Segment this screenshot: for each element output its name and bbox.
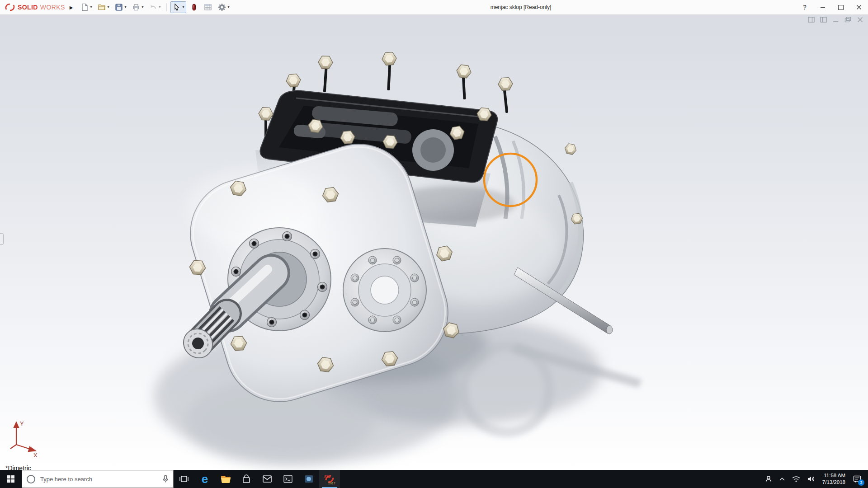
maximize-button[interactable] [832, 0, 850, 14]
pane-right-icon[interactable] [820, 17, 827, 23]
svg-text:2017: 2017 [328, 482, 335, 485]
table-tools-button[interactable] [202, 1, 214, 13]
open-button[interactable]: ▾ [95, 1, 111, 13]
options-button[interactable]: ▾ [216, 1, 231, 13]
select-cursor-icon [173, 3, 181, 11]
volume-button[interactable] [804, 470, 818, 488]
minimize-icon [821, 7, 825, 8]
solidworks-taskbar-button[interactable]: SW 2017 [319, 470, 340, 488]
file-explorer-button[interactable] [215, 470, 236, 488]
command-prompt-icon [283, 474, 293, 484]
store-icon [241, 474, 252, 484]
view-orientation-label: *Dimetric [5, 465, 31, 470]
edge-button[interactable]: e [194, 470, 215, 488]
solidworks-logo: SOLIDWORKS [0, 3, 68, 12]
people-icon [764, 475, 773, 483]
brand-text-solid: SOLID [18, 4, 38, 11]
print-icon [132, 3, 140, 11]
task-view-icon [179, 474, 189, 484]
document-minimize-icon[interactable] [832, 17, 839, 23]
chevron-down-icon[interactable]: ▾ [159, 5, 160, 9]
minimize-button[interactable] [814, 0, 832, 14]
clock-time: 11:58 AM [822, 472, 845, 479]
chevron-down-icon[interactable]: ▾ [107, 5, 109, 9]
chevron-down-icon[interactable]: ▾ [90, 5, 92, 9]
maximize-icon [838, 5, 844, 10]
new-document-icon [80, 3, 89, 11]
help-button[interactable]: ? [796, 0, 814, 14]
notification-badge: 3 [858, 479, 864, 486]
photos-button[interactable] [298, 470, 319, 488]
gearbox-3d-model[interactable] [0, 14, 868, 470]
chevron-down-icon[interactable]: ▾ [182, 5, 184, 9]
document-title: menjac sklop [Read-only] [491, 4, 552, 10]
document-window-controls [808, 17, 863, 23]
toolbar-divider [166, 3, 167, 11]
network-button[interactable] [788, 470, 804, 488]
save-icon [115, 3, 123, 11]
solidworks-2s-icon [5, 3, 15, 12]
start-button[interactable] [0, 470, 22, 488]
hidden-icons-button[interactable] [776, 470, 788, 488]
close-button[interactable] [850, 0, 868, 14]
panel-flyout-tab[interactable] [0, 233, 4, 245]
command-prompt-button[interactable] [278, 470, 298, 488]
window-controls: ? [796, 0, 868, 14]
mail-icon [262, 474, 273, 484]
microphone-icon[interactable] [162, 475, 169, 483]
wifi-icon [792, 475, 801, 483]
action-center-button[interactable]: 3 [849, 470, 865, 488]
mail-button[interactable] [257, 470, 278, 488]
print-button[interactable]: ▾ [130, 1, 146, 13]
side-flange [343, 249, 426, 332]
svg-text:SW: SW [324, 474, 331, 479]
orientation-triad: Y X [5, 418, 42, 458]
options-gear-icon [218, 3, 226, 11]
undo-button[interactable]: ▾ [147, 1, 163, 13]
cortana-icon [27, 475, 35, 483]
table-grid-icon [204, 3, 212, 11]
main-toolbar: ▾ ▾ ▾ [78, 1, 231, 13]
toolbar-expand-arrow[interactable]: ▶ [70, 5, 73, 10]
document-restore-icon[interactable] [844, 17, 851, 23]
open-folder-icon [98, 3, 106, 11]
close-icon [856, 5, 862, 10]
photos-icon [303, 474, 314, 484]
system-tray: 11:58 AM 7/13/2018 3 [761, 470, 868, 488]
render-tools-button[interactable] [188, 1, 200, 13]
edge-icon: e [202, 473, 208, 485]
triad-x-label: X [33, 452, 38, 458]
document-close-icon[interactable] [857, 17, 863, 23]
task-view-button[interactable] [174, 470, 194, 488]
chevron-up-icon [779, 477, 785, 481]
titlebar: SOLIDWORKS ▶ ▾ ▾ [0, 0, 868, 15]
people-button[interactable] [761, 470, 776, 488]
chevron-down-icon[interactable]: ▾ [227, 5, 229, 9]
pane-left-icon[interactable] [808, 17, 815, 23]
store-button[interactable] [236, 470, 257, 488]
taskbar-clock[interactable]: 11:58 AM 7/13/2018 [818, 472, 849, 486]
select-tool-button[interactable]: ▾ [170, 1, 186, 13]
undo-icon [149, 3, 157, 11]
solidworks-app-icon: SW 2017 [323, 473, 336, 485]
chevron-down-icon[interactable]: ▾ [142, 5, 143, 9]
clock-date: 7/13/2018 [822, 479, 845, 486]
speaker-icon [807, 475, 815, 483]
save-button[interactable]: ▾ [113, 1, 128, 13]
brand-text-works: WORKS [40, 4, 65, 11]
taskbar-search[interactable] [22, 470, 174, 488]
render-capsule-icon [190, 3, 198, 11]
solidworks-window: SOLIDWORKS ▶ ▾ ▾ [0, 0, 868, 488]
graphics-viewport[interactable]: Y X *Dimetric [0, 14, 868, 470]
new-document-button[interactable]: ▾ [78, 1, 94, 13]
triad-y-label: Y [20, 420, 24, 427]
search-input[interactable] [39, 475, 158, 483]
windows-taskbar: e [0, 470, 868, 488]
file-explorer-icon [220, 474, 231, 484]
chevron-down-icon[interactable]: ▾ [124, 5, 126, 9]
windows-logo-icon [7, 475, 14, 483]
